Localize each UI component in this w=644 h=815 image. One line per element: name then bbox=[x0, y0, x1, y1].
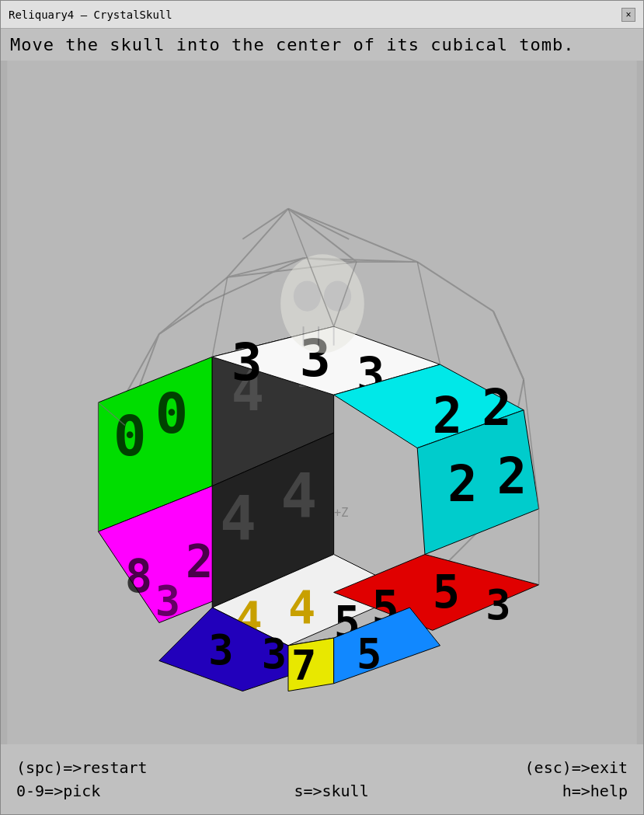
instruction-text: Move the skull into the center of its cu… bbox=[1, 29, 643, 61]
game-canvas[interactable]: +Y O +X bbox=[1, 61, 643, 744]
help-hint: h=>help bbox=[562, 782, 628, 800]
svg-point-73 bbox=[294, 281, 321, 312]
title-bar: Reliquary4 – CrystalSkull × bbox=[1, 1, 643, 29]
svg-text:2: 2 bbox=[447, 455, 477, 513]
svg-text:3: 3 bbox=[486, 580, 510, 629]
svg-text:3: 3 bbox=[208, 625, 233, 674]
svg-text:5: 5 bbox=[357, 629, 381, 678]
svg-text:2: 2 bbox=[433, 387, 462, 444]
window-title: Reliquary4 – CrystalSkull bbox=[9, 9, 172, 21]
app-window: Reliquary4 – CrystalSkull × Move the sku… bbox=[0, 0, 644, 815]
status-bar: (spc)=>restart (esc)=>exit 0-9=>pick s=>… bbox=[1, 744, 643, 814]
svg-text:2: 2 bbox=[186, 535, 213, 588]
svg-text:5: 5 bbox=[433, 566, 460, 618]
skull-hint: s=>skull bbox=[294, 782, 368, 800]
exit-hint: (esc)=>exit bbox=[525, 758, 628, 777]
svg-text:4: 4 bbox=[220, 482, 256, 553]
svg-point-74 bbox=[324, 281, 351, 312]
status-row-2: 0-9=>pick s=>skull h=>help bbox=[16, 782, 628, 800]
svg-text:2: 2 bbox=[482, 379, 511, 437]
svg-text:8: 8 bbox=[125, 550, 152, 603]
svg-text:0: 0 bbox=[155, 382, 188, 446]
restart-hint: (spc)=>restart bbox=[16, 758, 148, 777]
status-row-1: (spc)=>restart (esc)=>exit bbox=[16, 758, 628, 777]
pick-hint: 0-9=>pick bbox=[16, 782, 100, 800]
svg-text:4: 4 bbox=[288, 581, 315, 634]
svg-text:7: 7 bbox=[291, 641, 316, 690]
svg-text:4: 4 bbox=[280, 460, 317, 531]
close-button[interactable]: × bbox=[621, 8, 635, 22]
svg-text:+Z: +Z bbox=[334, 505, 349, 520]
svg-text:3: 3 bbox=[155, 576, 180, 625]
svg-text:3: 3 bbox=[231, 332, 263, 392]
svg-text:2: 2 bbox=[497, 448, 527, 505]
svg-text:3: 3 bbox=[262, 629, 287, 678]
svg-text:0: 0 bbox=[113, 405, 146, 468]
game-scene: 0 0 8 2 3 4 4 3 3 3 4 4 +Z bbox=[1, 61, 643, 744]
